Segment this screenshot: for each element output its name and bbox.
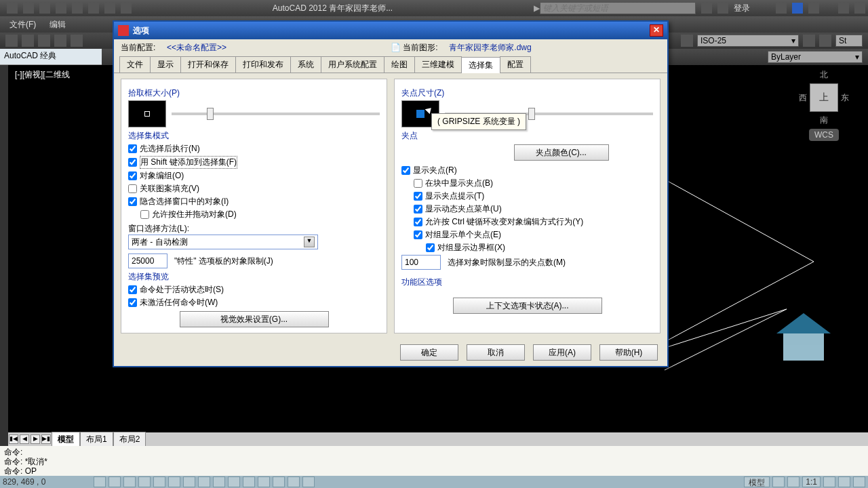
snap-toggle[interactable] bbox=[94, 476, 106, 487]
status-toggle[interactable] bbox=[302, 476, 315, 487]
tool-icon[interactable] bbox=[54, 35, 66, 47]
st-dropdown[interactable]: St bbox=[835, 35, 863, 47]
tool-icon[interactable] bbox=[681, 35, 693, 47]
restore-icon[interactable] bbox=[854, 3, 865, 14]
tab-selection[interactable]: 选择集 bbox=[461, 57, 500, 73]
tab-first-icon[interactable]: ▮◀ bbox=[9, 434, 18, 444]
exchange-icon[interactable] bbox=[701, 3, 712, 14]
info-icon[interactable] bbox=[792, 3, 803, 14]
grip-limit-input[interactable] bbox=[401, 255, 441, 270]
tab-prev-icon[interactable]: ◀ bbox=[20, 434, 29, 444]
tool-icon[interactable] bbox=[5, 35, 18, 47]
chk-groupgrip[interactable] bbox=[414, 230, 422, 239]
chk-blockgrips[interactable] bbox=[414, 179, 422, 188]
tab-layout1[interactable]: 布局1 bbox=[80, 432, 113, 447]
chk-ctrlcycle[interactable] bbox=[414, 218, 422, 226]
status-toggle[interactable] bbox=[288, 476, 300, 487]
user-icon[interactable] bbox=[717, 3, 728, 14]
tab-3d[interactable]: 三维建模 bbox=[414, 56, 462, 73]
qp-toggle[interactable] bbox=[228, 476, 240, 487]
window-select-combo[interactable]: 两者 - 自动检测▼ bbox=[128, 235, 318, 249]
tab-profiles[interactable]: 配置 bbox=[500, 56, 531, 73]
gripcolor-button[interactable]: 夹点颜色(C)... bbox=[514, 144, 609, 161]
print-icon[interactable] bbox=[88, 3, 99, 14]
undo-icon[interactable] bbox=[104, 3, 115, 14]
dimstyle-dropdown[interactable]: ISO-25▾ bbox=[697, 35, 799, 47]
save-icon[interactable] bbox=[56, 3, 66, 14]
osnap-toggle[interactable] bbox=[153, 476, 165, 487]
visual-effect-button[interactable]: 视觉效果设置(G)... bbox=[180, 311, 329, 327]
help-icon[interactable] bbox=[808, 3, 819, 14]
viewport-label[interactable]: [-][俯视][二维线 bbox=[15, 69, 70, 81]
redo-icon[interactable] bbox=[121, 3, 132, 14]
chk-pressdrag[interactable] bbox=[140, 210, 149, 219]
play-icon[interactable]: ▶ bbox=[534, 3, 540, 13]
new-icon[interactable] bbox=[23, 3, 34, 14]
tab-display[interactable]: 显示 bbox=[150, 56, 181, 73]
polar-toggle[interactable] bbox=[138, 476, 151, 487]
tool-icon[interactable] bbox=[71, 35, 83, 47]
chk-implied[interactable] bbox=[128, 197, 137, 206]
ducs-toggle[interactable] bbox=[183, 476, 195, 487]
tab-model[interactable]: 模型 bbox=[52, 432, 80, 447]
cancel-button[interactable]: 取消 bbox=[467, 344, 525, 361]
pickbox-slider[interactable] bbox=[172, 113, 380, 115]
tab-system[interactable]: 系统 bbox=[290, 56, 321, 73]
bylayer-dropdown[interactable]: ByLayer▾ bbox=[768, 51, 863, 63]
grid-toggle[interactable] bbox=[108, 476, 121, 487]
command-line[interactable]: 命令: 命令: *取消* 命令: OP bbox=[0, 446, 868, 476]
workspace-switcher[interactable]: AutoCAD 经典 bbox=[0, 49, 102, 65]
chk-hatch[interactable] bbox=[128, 184, 137, 193]
apply-button[interactable]: 应用(A) bbox=[533, 344, 591, 361]
chk-dynmenu[interactable] bbox=[414, 205, 422, 214]
dialog-titlebar[interactable]: 选项 ✕ bbox=[114, 22, 667, 39]
tool-icon[interactable] bbox=[38, 35, 50, 47]
status-toggle[interactable] bbox=[273, 476, 285, 487]
status-toggle[interactable] bbox=[853, 476, 865, 487]
menu-edit[interactable]: 编辑 bbox=[45, 18, 70, 32]
ok-button[interactable]: 确定 bbox=[400, 344, 458, 361]
sc-toggle[interactable] bbox=[243, 476, 255, 487]
property-limit-input[interactable] bbox=[128, 253, 167, 268]
annoscale[interactable]: 1:1 bbox=[802, 476, 821, 487]
chk-pickfirst[interactable] bbox=[128, 144, 137, 153]
status-toggle[interactable] bbox=[823, 476, 835, 487]
cross-icon[interactable] bbox=[776, 3, 787, 14]
tab-layout2[interactable]: 布局2 bbox=[113, 432, 146, 447]
open-icon[interactable] bbox=[39, 3, 50, 14]
status-toggle[interactable] bbox=[772, 476, 785, 487]
chk-preview-noactive[interactable] bbox=[128, 298, 137, 307]
chk-griptips[interactable] bbox=[414, 192, 422, 201]
saveas-icon[interactable] bbox=[72, 3, 83, 14]
ortho-toggle[interactable] bbox=[123, 476, 136, 487]
tab-drafting[interactable]: 绘图 bbox=[384, 56, 415, 73]
close-icon[interactable]: ✕ bbox=[650, 24, 663, 37]
tab-files[interactable]: 文件 bbox=[119, 56, 151, 73]
acad-icon[interactable] bbox=[7, 3, 18, 14]
model-space-toggle[interactable]: 模型 bbox=[744, 476, 770, 487]
chk-showgrips[interactable] bbox=[401, 166, 410, 175]
otrack-toggle[interactable] bbox=[168, 476, 180, 487]
chk-shiftadd[interactable] bbox=[128, 158, 137, 167]
help-button[interactable]: 帮助(H) bbox=[599, 344, 658, 361]
tool-icon[interactable] bbox=[803, 35, 815, 47]
minimize-icon[interactable] bbox=[838, 3, 849, 14]
dyn-toggle[interactable] bbox=[198, 476, 210, 487]
chk-groupbbox[interactable] bbox=[426, 243, 435, 252]
tab-opensave[interactable]: 打开和保存 bbox=[180, 56, 236, 73]
tool-icon[interactable] bbox=[22, 35, 34, 47]
tab-plot[interactable]: 打印和发布 bbox=[235, 56, 291, 73]
login-link[interactable]: 登录 bbox=[734, 3, 750, 14]
lwt-toggle[interactable] bbox=[213, 476, 225, 487]
chk-preview-active[interactable] bbox=[128, 285, 137, 294]
tool-icon[interactable] bbox=[819, 35, 831, 47]
viewcube[interactable]: 北 西 上 东 南 WCS bbox=[799, 69, 849, 141]
status-toggle[interactable] bbox=[787, 476, 800, 487]
tab-last-icon[interactable]: ▶▮ bbox=[41, 434, 51, 444]
context-tab-button[interactable]: 上下文选项卡状态(A)... bbox=[453, 298, 602, 314]
chk-group[interactable] bbox=[128, 171, 137, 180]
tab-next-icon[interactable]: ▶ bbox=[31, 434, 40, 444]
menu-file[interactable]: 文件(F) bbox=[5, 18, 40, 32]
status-toggle[interactable] bbox=[838, 476, 850, 487]
wcs-indicator[interactable]: WCS bbox=[809, 129, 839, 141]
